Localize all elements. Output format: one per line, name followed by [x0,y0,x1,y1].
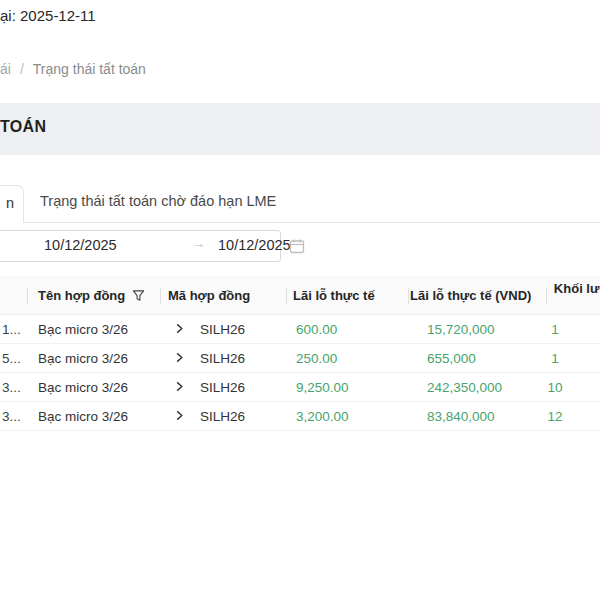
breadcrumb-current: Trạng thái tất toán [33,61,146,77]
current-date-label: ại: 2025-12-11 [0,7,96,24]
contract-name-cell: Bạc micro 3/26 [38,351,128,366]
buy-volume-cell: 1 [540,322,570,337]
row-id-cell: 3... [2,409,24,424]
chevron-right-icon[interactable] [174,381,185,392]
calendar-icon[interactable] [289,238,305,254]
breadcrumb-separator: / [20,61,24,77]
start-date-input[interactable]: 10/12/2025 [44,237,117,253]
contract-name-cell: Bạc micro 3/26 [38,409,128,424]
realized-pl-vnd-cell: 15,720,000 [427,322,495,337]
buy-volume-cell: 10 [540,380,570,395]
header-separator [546,288,547,304]
realized-pl-cell: 9,250.00 [296,380,349,395]
buy-volume-cell: 12 [540,409,570,424]
tab-settlement-status-label[interactable]: n [6,195,14,211]
realized-pl-vnd-cell: 83,840,000 [427,409,495,424]
contract-code-cell: SILH26 [200,409,245,424]
tab-lme-pending-settlement[interactable]: Trạng thái tất toán chờ đáo hạn LME [40,193,276,209]
column-header-buy-volume: Khối lượng Mua [549,281,600,296]
table-row: 3... Bạc micro 3/26 SILH26 9,250.00 242,… [0,373,600,402]
header-separator [160,288,161,304]
table-row: 1... Bạc micro 3/26 SILH26 600.00 15,720… [0,315,600,344]
header-separator [286,288,287,304]
column-header-contract-name: Tên hợp đồng [38,288,145,303]
column-header-contract-code: Mã hợp đồng [168,288,250,303]
realized-pl-cell: 600.00 [296,322,337,337]
breadcrumb: ái / Trạng thái tất toán [0,61,146,77]
table-row: 3... Bạc micro 3/26 SILH26 3,200.00 83,8… [0,402,600,431]
chevron-right-icon[interactable] [174,352,185,363]
table-row: 5... Bạc micro 3/26 SILH26 250.00 655,00… [0,344,600,373]
page-title: TOÁN [0,118,46,136]
contract-code-cell: SILH26 [200,351,245,366]
contract-code-cell: SILH26 [200,322,245,337]
row-id-cell: 5... [2,351,24,366]
column-header-realized-pl-vnd: Lãi lỗ thực tế (VND) [410,288,531,303]
chevron-right-icon[interactable] [174,323,185,334]
row-id-cell: 1... [2,322,24,337]
contract-name-header-label: Tên hợp đồng [38,288,125,303]
header-separator [27,288,28,304]
buy-volume-cell: 1 [540,351,570,366]
breadcrumb-link-fragment[interactable]: ái [0,61,11,77]
realized-pl-cell: 250.00 [296,351,337,366]
end-date-input[interactable]: 10/12/2025 [218,237,291,253]
realized-pl-vnd-cell: 655,000 [427,351,476,366]
realized-pl-vnd-cell: 242,350,000 [427,380,502,395]
tabbar-bottom-border [0,222,600,223]
realized-pl-cell: 3,200.00 [296,409,349,424]
contract-code-cell: SILH26 [200,380,245,395]
funnel-filter-icon[interactable] [132,289,145,302]
contract-name-cell: Bạc micro 3/26 [38,322,128,337]
header-separator [408,288,409,304]
page-title-band [0,103,600,155]
contract-name-cell: Bạc micro 3/26 [38,380,128,395]
chevron-right-icon[interactable] [174,410,185,421]
row-id-cell: 3... [2,380,24,395]
column-header-realized-pl: Lãi lỗ thực tế [293,288,375,303]
range-arrow-icon: → [192,236,205,251]
